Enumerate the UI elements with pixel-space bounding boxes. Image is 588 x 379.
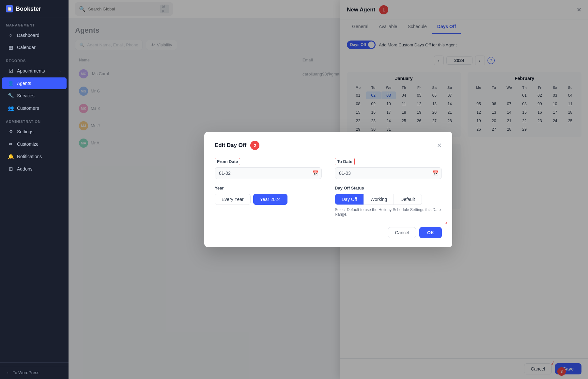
sidebar-item-dashboard[interactable]: ○ Dashboard [2, 29, 67, 41]
status-section-label: Day Off Status [335, 186, 442, 190]
modal-overlay: Edit Day Off 2 ✕ From Date 📅 Year [69, 0, 588, 379]
back-icon: ← [6, 370, 10, 375]
sidebar-item-addons[interactable]: ⊞ Addons [2, 163, 67, 175]
sidebar-item-label: Settings [17, 129, 34, 134]
sidebar-item-label: Notifications [17, 154, 42, 159]
sidebar-item-wordpress[interactable]: ← To WordPress [0, 366, 69, 379]
main-content: 🔍 ⌘ K Agents 🔍 Agent Name, Email, Phone … [69, 0, 588, 379]
status-hint: Select Default to use the Holiday Schedu… [335, 207, 442, 217]
modal-cancel-button[interactable]: Cancel [388, 227, 416, 238]
services-icon: 🔧 [8, 93, 14, 99]
sidebar-item-customize[interactable]: ✏ Customize [2, 138, 67, 150]
settings-icon: ⚙ [8, 129, 14, 135]
from-date-label: From Date [215, 158, 240, 165]
chevron-right-icon: › [59, 69, 61, 73]
sidebar-item-label: Addons [17, 166, 32, 172]
year-2024-button[interactable]: Year 2024 [253, 194, 287, 205]
modal-right: To Date 📅 Day Off Status Day Off Working… [335, 158, 442, 224]
calendar-icon: ▦ [8, 44, 14, 50]
sidebar-item-label: Customize [17, 141, 39, 147]
sidebar-item-label: Calendar [17, 45, 36, 50]
appointments-icon: ☑ [8, 68, 14, 74]
logo-icon: 📋 [6, 5, 13, 12]
to-date-field: To Date 📅 [335, 158, 442, 179]
sidebar-item-label: Customers [17, 106, 39, 111]
day-off-button[interactable]: Day Off [335, 194, 364, 205]
modal-title: Edit Day Off [215, 142, 246, 149]
from-date-input[interactable] [215, 167, 322, 179]
calendar-icon: 📅 [312, 170, 318, 176]
modal-close-button[interactable]: ✕ [437, 142, 442, 149]
from-date-field: From Date 📅 [215, 158, 322, 179]
every-year-button[interactable]: Every Year [215, 194, 251, 205]
ok-arrow-indicator: ↓ [444, 218, 449, 226]
administration-label: Administration [0, 114, 69, 125]
modal-fields: From Date 📅 Year Every Year Year 2024 [215, 158, 442, 224]
status-buttons: Day Off Working Default [335, 194, 422, 205]
to-date-label: To Date [335, 158, 355, 165]
sidebar-item-calendar[interactable]: ▦ Calendar [2, 41, 67, 53]
year-buttons: Every Year Year 2024 [215, 194, 322, 205]
records-label: Records [0, 54, 69, 65]
sidebar-item-agents[interactable]: 👤 Agents [2, 77, 67, 89]
to-date-input[interactable] [335, 167, 442, 179]
sidebar-item-customers[interactable]: 👥 Customers [2, 102, 67, 114]
sidebar-item-notifications[interactable]: 🔔 Notifications [2, 151, 67, 162]
sidebar-divider [0, 362, 69, 363]
customize-icon: ✏ [8, 141, 14, 147]
year-section: Year Every Year Year 2024 [215, 186, 322, 205]
sidebar-item-label: Services [17, 93, 35, 98]
addons-icon: ⊞ [8, 166, 14, 172]
sidebar-item-label: Dashboard [17, 33, 39, 38]
sidebar-item-services[interactable]: 🔧 Services [2, 90, 67, 102]
sidebar-bottom: ← To WordPress [0, 359, 69, 379]
sidebar: 📋 Bookster Management ○ Dashboard ▦ Cale… [0, 0, 69, 379]
modal-left: From Date 📅 Year Every Year Year 2024 [215, 158, 322, 211]
notifications-icon: 🔔 [8, 154, 14, 159]
default-button[interactable]: Default [394, 194, 421, 205]
sidebar-item-settings[interactable]: ⚙ Settings › [2, 126, 67, 138]
from-date-input-wrapper: 📅 [215, 167, 322, 179]
to-date-input-wrapper: 📅 [335, 167, 442, 179]
year-section-label: Year [215, 186, 322, 190]
step-badge-2: 2 [250, 141, 259, 150]
sidebar-item-appointments[interactable]: ☑ Appointments › [2, 65, 67, 77]
sidebar-item-label: Appointments [17, 68, 45, 74]
sidebar-item-label: Agents [17, 81, 31, 86]
dashboard-icon: ○ [8, 32, 14, 38]
modal-ok-button[interactable]: OK [419, 227, 442, 238]
agents-icon: 👤 [8, 80, 14, 86]
working-button[interactable]: Working [364, 194, 394, 205]
chevron-right-icon: › [59, 130, 61, 134]
wordpress-label: To WordPress [13, 370, 39, 375]
edit-day-off-modal: Edit Day Off 2 ✕ From Date 📅 Year [204, 132, 452, 247]
customers-icon: 👥 [8, 105, 14, 111]
management-label: Management [0, 18, 69, 29]
app-logo: 📋 Bookster [0, 0, 69, 18]
modal-footer: Cancel OK [215, 227, 442, 238]
app-name: Bookster [16, 6, 41, 12]
calendar-icon: 📅 [432, 170, 439, 176]
modal-header: Edit Day Off 2 ✕ [215, 141, 442, 150]
status-section: Day Off Status Day Off Working Default S… [335, 186, 442, 217]
